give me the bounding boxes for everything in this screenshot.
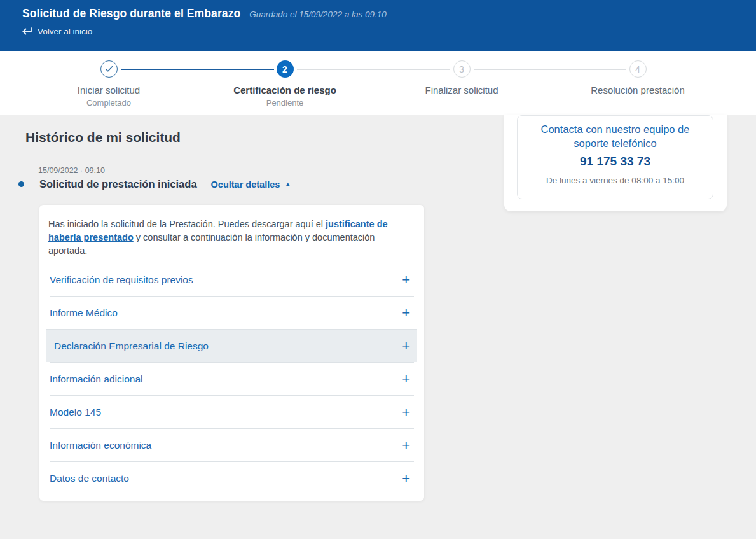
accordion-section-label: Modelo 145 [50,407,101,418]
document-accordion-list: Verificación de requisitos previos + Inf… [50,263,414,494]
support-phone-number[interactable]: 91 175 33 73 [518,155,713,169]
accordion-section-row[interactable]: Informe Médico + [50,296,414,329]
accordion-section-label: Información económica [50,440,151,451]
step-4-number: 4 [635,64,640,74]
step-1-label: Iniciar solicitud [20,85,198,95]
support-card: Contacta con nuestro equipo de soporte t… [517,115,713,199]
timeline-entry-title: Solicitud de prestación iniciada [39,178,197,190]
step-1-circle [100,60,118,78]
back-to-home-link[interactable]: Volver al inicio [21,27,92,36]
request-detail-card: Has iniciado la solicitud de la Prestaci… [39,205,424,501]
step-1-status: Completado [20,98,198,108]
accordion-section-row[interactable]: Declaración Empresarial de Riesgo + [46,329,417,362]
step-2-status: Pendiente [196,98,374,108]
page-title: Solicitud de Riesgo durante el Embarazo [22,7,240,20]
accordion-section-row[interactable]: Información económica + [50,428,414,461]
history-section-title: Histórico de mi solicitud [25,130,181,145]
timeline-bullet-icon [18,181,24,187]
timeline-entry-date: 15/09/2022 · 09:10 [38,166,105,175]
progress-stepper: Iniciar solicitud Completado 2 Certifica… [0,51,756,115]
support-title: Contacta con nuestro equipo de soporte t… [540,122,690,150]
intro-text-before: Has iniciado la solicitud de la Prestaci… [48,219,326,229]
plus-icon: + [402,405,410,419]
step-iniciar-solicitud[interactable]: Iniciar solicitud Completado [20,51,198,108]
saved-timestamp: Guardado el 15/09/2022 a las 09:10 [249,10,386,19]
plus-icon: + [402,472,410,486]
accordion-section-row[interactable]: Verificación de requisitos previos + [50,263,414,296]
step-finalizar-solicitud[interactable]: 3 Finalizar solicitud [373,51,551,95]
accordion-section-label: Verificación de requisitos previos [50,274,193,286]
accordion-section-row[interactable]: Datos de contacto + [50,461,414,494]
step-3-circle: 3 [453,60,471,78]
plus-icon: + [402,438,410,452]
step-resolucion-prestacion[interactable]: 4 Resolución prestación [549,51,727,95]
back-to-home-label: Volver al inicio [38,27,92,36]
check-icon [105,64,113,74]
support-hours: De lunes a viernes de 08:00 a 15:00 [518,176,713,185]
step-2-number: 2 [282,64,287,74]
step-2-label: Certificación de riesgo [196,85,374,95]
support-panel: Contacta con nuestro equipo de soporte t… [504,115,727,211]
accordion-section-label: Datos de contacto [50,473,129,484]
accordion-section-label: Declaración Empresarial de Riesgo [54,340,209,352]
plus-icon: + [402,273,410,287]
accordion-section-label: Informe Médico [50,307,118,319]
hide-details-toggle[interactable]: Ocultar detalles ▲ [211,179,291,190]
step-3-number: 3 [459,64,464,74]
timeline-entry: Solicitud de prestación iniciada Ocultar… [18,178,291,190]
hide-details-label: Ocultar detalles [211,179,280,190]
plus-icon: + [402,306,410,320]
step-certificacion-de-riesgo[interactable]: 2 Certificación de riesgo Pendiente [196,51,374,108]
plus-icon: + [402,372,410,386]
step-4-circle: 4 [629,60,647,78]
plus-icon: + [402,339,410,353]
detail-intro-paragraph: Has iniciado la solicitud de la Prestaci… [48,218,390,258]
accordion-section-row[interactable]: Información adicional + [50,362,414,395]
accordion-section-row[interactable]: Modelo 145 + [50,395,414,428]
return-arrow-icon [21,27,32,36]
accordion-section-label: Información adicional [50,374,142,385]
step-2-circle: 2 [277,60,294,78]
app-header: Solicitud de Riesgo durante el Embarazo … [0,0,756,51]
step-4-label: Resolución prestación [549,85,727,95]
chevron-up-icon: ▲ [285,181,291,187]
step-3-label: Finalizar solicitud [373,85,551,95]
